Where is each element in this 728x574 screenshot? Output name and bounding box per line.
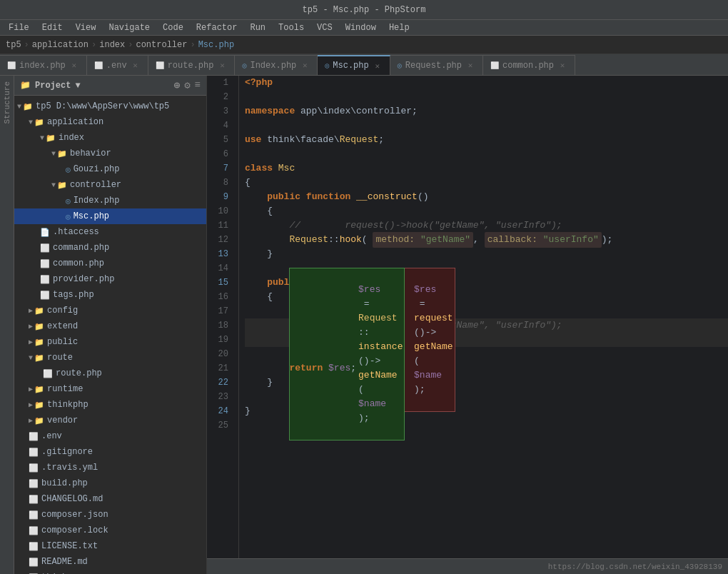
tree-composer-json[interactable]: ⬜ composer.json <box>14 507 206 523</box>
code-line-3: namespace app\index\controller; <box>245 104 728 119</box>
code-editor-area: 1 2 3 4 5 6 7 8 9 10 11 12 13 14 15 16 1… <box>207 76 728 574</box>
code-editor[interactable]: 1 2 3 4 5 6 7 8 9 10 11 12 13 14 15 16 1… <box>207 76 728 558</box>
public-folder-icon: 📁 <box>34 338 44 347</box>
menu-file[interactable]: File <box>3 20 35 36</box>
tree-gitignore[interactable]: ⬜ .gitignore <box>14 444 206 460</box>
vtab-structure[interactable]: Structure <box>1 76 13 129</box>
tree-vendor[interactable]: ▶ 📁 vendor <box>14 413 206 428</box>
menu-help[interactable]: Help <box>383 20 415 36</box>
gear-icon[interactable]: ≡ <box>195 79 201 91</box>
tree-behavior[interactable]: ▼ 📁 behavior <box>14 146 206 161</box>
tree-common[interactable]: ⬜ common.php <box>14 256 206 271</box>
behavior-folder-icon: 📁 <box>57 149 67 158</box>
tree-think[interactable]: ⬜ think <box>14 570 206 574</box>
tree-index-folder[interactable]: ▼ 📁 index <box>14 130 206 146</box>
tab-close-route-php[interactable]: ✕ <box>217 61 227 70</box>
tree-env[interactable]: ⬜ .env <box>14 428 206 444</box>
status-url: https://blog.csdn.net/weixin_43928139 <box>548 563 722 571</box>
status-bar: https://blog.csdn.net/weixin_43928139 <box>207 558 728 574</box>
gouzi-label: Gouzi.php <box>74 164 120 174</box>
index-folder-icon: 📁 <box>46 134 56 143</box>
tree-msc-php[interactable]: ◎ Msc.php <box>14 208 206 224</box>
menu-window[interactable]: Window <box>340 20 382 36</box>
code-line-12: Request :: hook ( method: "getName" , ca… <box>245 233 728 247</box>
code-line-6 <box>245 147 728 161</box>
app-folder-icon: 📁 <box>34 118 44 127</box>
composer-lock-label: composer.lock <box>41 525 108 535</box>
breadcrumb-application[interactable]: application <box>32 40 89 50</box>
ln-25: 25 <box>207 418 233 433</box>
common-label: common.php <box>53 258 104 268</box>
menu-code[interactable]: Code <box>157 20 189 36</box>
tab-close-index-class[interactable]: ✕ <box>300 61 310 70</box>
tree-license[interactable]: ⬜ LICENSE.txt <box>14 538 206 554</box>
code-line-13: ▼ } <box>245 247 728 261</box>
tree-gouzi[interactable]: ◎ Gouzi.php <box>14 161 206 177</box>
tab-close-index-php[interactable]: ✕ <box>69 61 79 70</box>
ln-8: 8 <box>207 176 233 190</box>
menu-view[interactable]: View <box>70 20 102 36</box>
php-open-tag: <?php <box>245 76 273 90</box>
tree-controller[interactable]: ▼ 📁 controller <box>14 177 206 193</box>
tab-common-php[interactable]: ⬜ common.php ✕ <box>483 55 575 75</box>
tree-composer-lock[interactable]: ⬜ composer.lock <box>14 523 206 538</box>
tab-close-common-php[interactable]: ✕ <box>557 61 567 70</box>
tree-changelog[interactable]: ⬜ CHANGELOG.md <box>14 491 206 507</box>
extend-label: extend <box>47 321 78 331</box>
ln-10: 10 <box>207 204 233 218</box>
tree-public[interactable]: ▶ 📁 public <box>14 334 206 350</box>
changelog-label: CHANGELOG.md <box>41 494 103 504</box>
tab-route-php[interactable]: ⬜ route.php ✕ <box>148 55 236 75</box>
tree-route[interactable]: ▼ 📁 route <box>14 350 206 366</box>
menu-tools[interactable]: Tools <box>273 20 310 36</box>
tab-icon-request-php: ◎ <box>398 61 402 70</box>
ln-23: 23 <box>207 390 233 404</box>
code-content[interactable]: <?php namespace app\index\controller; us… <box>239 76 728 558</box>
code-line-21: return $res ; <box>245 361 728 376</box>
menu-navigate[interactable]: Navigate <box>103 20 156 36</box>
tree-runtime[interactable]: ▶ 📁 runtime <box>14 381 206 397</box>
tree-tags[interactable]: ⬜ tags.php <box>14 287 206 303</box>
add-icon[interactable]: ⊕ <box>174 79 180 91</box>
tab-close-msc-php[interactable]: ✕ <box>373 61 383 71</box>
tree-build[interactable]: ⬜ build.php <box>14 475 206 491</box>
tree-provider[interactable]: ⬜ provider.php <box>14 271 206 287</box>
tree-thinkphp[interactable]: ▶ 📁 thinkphp <box>14 397 206 413</box>
tree-tp5[interactable]: ▼ 📁 tp5 D:\www\AppServ\www\tp5 <box>14 99 206 114</box>
menu-vcs[interactable]: VCS <box>311 20 338 36</box>
breadcrumb-tp5[interactable]: tp5 <box>6 40 21 50</box>
tab-index-class[interactable]: ◎ Index.php ✕ <box>235 55 318 75</box>
code-line-10: { <box>245 204 728 218</box>
breadcrumb-controller[interactable]: controller <box>136 40 187 50</box>
tree-travis[interactable]: ⬜ .travis.yml <box>14 460 206 475</box>
tree-config[interactable]: ▶ 📁 config <box>14 303 206 318</box>
tree-application[interactable]: ▼ 📁 application <box>14 114 206 130</box>
breadcrumb-index[interactable]: index <box>99 40 125 50</box>
tree-route-php[interactable]: ⬜ route.php <box>14 366 206 381</box>
menu-run[interactable]: Run <box>244 20 271 36</box>
code-line-5: use think\facade\Request; <box>245 133 728 147</box>
menu-refactor[interactable]: Refactor <box>191 20 243 36</box>
tab-msc-php[interactable]: ◎ Msc.php ✕ <box>318 55 390 75</box>
tree-index-php[interactable]: ◎ Index.php <box>14 193 206 208</box>
code-line-24: ▼ } <box>245 404 728 418</box>
tab-request-php[interactable]: ◎ Request.php ✕ <box>390 55 483 75</box>
thinkphp-label: thinkphp <box>47 400 89 410</box>
tree-extend[interactable]: ▶ 📁 extend <box>14 318 206 334</box>
panel-dropdown-icon[interactable]: ▼ <box>75 81 80 91</box>
tree-command[interactable]: ⬜ command.php <box>14 240 206 256</box>
breadcrumb-msc[interactable]: Msc.php <box>198 40 234 50</box>
tab-env[interactable]: ⬜ .env ✕ <box>87 55 148 75</box>
ln-17: 17 <box>207 304 233 318</box>
vertical-tabs: Structure <box>0 76 14 574</box>
tab-close-request-php[interactable]: ✕ <box>465 61 475 70</box>
settings-icon[interactable]: ⚙ <box>184 79 190 91</box>
tree-htaccess[interactable]: 📄 .htaccess <box>14 224 206 240</box>
tab-close-env[interactable]: ✕ <box>131 61 141 70</box>
tab-index-php[interactable]: ⬜ index.php ✕ <box>0 55 87 75</box>
ln-9: 9 <box>207 190 233 204</box>
tree-readme[interactable]: ⬜ README.md <box>14 554 206 570</box>
breadcrumb: tp5 › application › index › controller ›… <box>0 36 728 54</box>
changelog-icon: ⬜ <box>29 495 39 504</box>
menu-edit[interactable]: Edit <box>36 20 69 36</box>
